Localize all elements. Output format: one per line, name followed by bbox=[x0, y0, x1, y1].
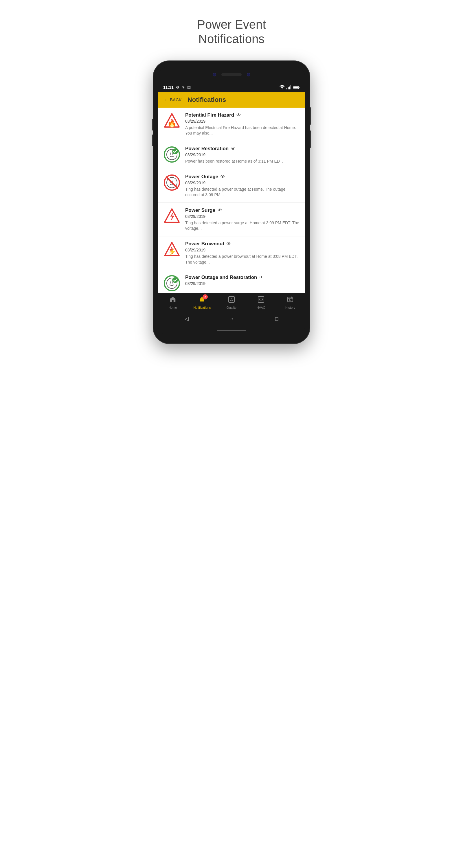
status-bar: 11:11 ⚙ ✳ ▤ bbox=[158, 83, 305, 92]
eye-icon-outage-restore: 👁 bbox=[259, 275, 264, 280]
back-arrow-icon: ← bbox=[164, 97, 168, 102]
notification-item-outage[interactable]: Power Outage 👁 03/29/2019 Ting has detec… bbox=[158, 169, 305, 203]
nav-item-home[interactable]: Home bbox=[161, 296, 184, 309]
back-android-button[interactable]: ◁ bbox=[185, 316, 189, 322]
home-icon bbox=[169, 296, 176, 303]
notif-date-restoration: 03/29/2019 bbox=[185, 153, 300, 157]
eye-icon-outage: 👁 bbox=[220, 174, 225, 179]
svg-text:🔥: 🔥 bbox=[167, 119, 177, 128]
power-surge-icon bbox=[163, 208, 181, 225]
back-label: BACK bbox=[170, 97, 182, 102]
notif-title-restoration: Power Restoration bbox=[185, 146, 228, 152]
bottom-nav: Home 2 Notifications bbox=[158, 293, 305, 312]
eye-icon-surge: 👁 bbox=[218, 208, 222, 213]
svg-rect-30 bbox=[232, 298, 233, 300]
camera-dot-left bbox=[213, 73, 216, 76]
nav-item-hvac[interactable]: HVAC bbox=[249, 296, 273, 309]
power-outage-icon bbox=[163, 174, 181, 191]
nav-label-hvac: HVAC bbox=[257, 306, 265, 309]
android-nav-bar: ◁ ○ □ bbox=[158, 312, 305, 326]
back-button[interactable]: ← BACK bbox=[164, 97, 182, 102]
notification-item-restoration[interactable]: Power Restoration 👁 03/29/2019 Power has… bbox=[158, 141, 305, 169]
history-icon bbox=[287, 296, 294, 303]
notif-title-fire: Potential Fire Hazard bbox=[185, 112, 234, 118]
power-restoration-icon bbox=[163, 146, 181, 163]
eye-icon-restoration: 👁 bbox=[231, 146, 236, 151]
outlet-icon bbox=[228, 296, 235, 303]
sim-status-icon: ▤ bbox=[187, 85, 191, 89]
signal-icon bbox=[286, 85, 291, 89]
phone-frame: 11:11 ⚙ ✳ ▤ bbox=[153, 61, 310, 343]
notif-title-outage-restore: Power Outage and Restoration bbox=[185, 275, 257, 280]
notif-desc-restoration: Power has been restored at Home as of 3:… bbox=[185, 159, 300, 164]
notification-content-outage: Power Outage 👁 03/29/2019 Ting has detec… bbox=[185, 174, 300, 198]
svg-rect-25 bbox=[171, 281, 171, 283]
svg-point-32 bbox=[259, 298, 263, 301]
phone-camera-bar bbox=[158, 67, 305, 83]
home-android-button[interactable]: ○ bbox=[230, 316, 234, 322]
notif-date-surge: 03/29/2019 bbox=[185, 214, 300, 219]
nav-item-quality[interactable]: Quality bbox=[220, 296, 243, 309]
notif-title-surge: Power Surge bbox=[185, 208, 215, 213]
notif-title-brownout: Power Brownout bbox=[185, 241, 224, 247]
notification-item-outage-restore[interactable]: Power Outage and Restoration 👁 03/29/201… bbox=[158, 270, 305, 293]
svg-text:⚡: ⚡ bbox=[168, 248, 176, 256]
notif-date-outage-restore: 03/29/2019 bbox=[185, 281, 300, 286]
notif-date-fire: 03/29/2019 bbox=[185, 119, 300, 124]
nav-item-notifications[interactable]: 2 Notifications bbox=[190, 296, 214, 309]
svg-rect-6 bbox=[299, 87, 300, 88]
svg-rect-7 bbox=[294, 86, 298, 88]
notification-item-brownout[interactable]: ⚡ Power Brownout 👁 03/29/2019 Ting has d… bbox=[158, 237, 305, 270]
power-outage-restore-icon bbox=[163, 275, 181, 292]
status-time: 11:11 bbox=[163, 85, 174, 90]
notif-desc-fire: A potential Electrical Fire Hazard has b… bbox=[185, 125, 300, 136]
speaker-grille bbox=[221, 73, 242, 76]
svg-point-0 bbox=[282, 89, 282, 89]
notification-item-fire[interactable]: 🔥 Potential Fire Hazard 👁 03/29/2019 A p… bbox=[158, 107, 305, 141]
notif-desc-surge: Ting has detected a power surge at Home … bbox=[185, 220, 300, 231]
notification-content-surge: Power Surge 👁 03/29/2019 Ting has detect… bbox=[185, 208, 300, 231]
notif-date-outage: 03/29/2019 bbox=[185, 181, 300, 185]
phone-bottom-bar bbox=[158, 326, 305, 335]
notification-list: 🔥 Potential Fire Hazard 👁 03/29/2019 A p… bbox=[158, 107, 305, 293]
nav-label-notifications: Notifications bbox=[193, 306, 211, 309]
svg-point-14 bbox=[172, 148, 178, 154]
wifi-icon bbox=[280, 85, 285, 89]
nav-item-history[interactable]: History bbox=[279, 296, 302, 309]
svg-rect-37 bbox=[288, 297, 293, 302]
header-title: Notifications bbox=[187, 96, 226, 103]
notif-title-outage: Power Outage bbox=[185, 174, 218, 180]
svg-rect-1 bbox=[286, 88, 287, 89]
eye-icon-fire: 👁 bbox=[237, 113, 241, 118]
svg-rect-40 bbox=[291, 297, 292, 298]
app-header: ← BACK Notifications bbox=[158, 92, 305, 107]
svg-rect-28 bbox=[228, 297, 235, 302]
fire-hazard-icon: 🔥 bbox=[163, 112, 181, 130]
notification-content-fire: Potential Fire Hazard 👁 03/29/2019 A pot… bbox=[185, 112, 300, 136]
notif-desc-outage: Ting has detected a power outage at Home… bbox=[185, 187, 300, 198]
page-title: Power Event Notifications bbox=[197, 18, 266, 46]
notification-item-surge[interactable]: Power Surge 👁 03/29/2019 Ting has detect… bbox=[158, 203, 305, 237]
battery-icon bbox=[293, 86, 300, 89]
home-indicator bbox=[217, 330, 246, 331]
eye-icon-brownout: 👁 bbox=[226, 241, 231, 247]
notification-content-brownout: Power Brownout 👁 03/29/2019 Ting has det… bbox=[185, 241, 300, 265]
notif-desc-brownout: Ting has detected a power brownout at Ho… bbox=[185, 254, 300, 265]
notification-content-restoration: Power Restoration 👁 03/29/2019 Power has… bbox=[185, 146, 300, 164]
nav-label-home: Home bbox=[168, 306, 177, 309]
svg-point-27 bbox=[172, 277, 178, 283]
cross-status-icon: ✳ bbox=[182, 85, 185, 89]
phone-screen: 11:11 ⚙ ✳ ▤ bbox=[158, 83, 305, 326]
notif-date-brownout: 03/29/2019 bbox=[185, 248, 300, 252]
gear-status-icon: ⚙ bbox=[176, 85, 179, 89]
svg-rect-39 bbox=[289, 297, 289, 298]
svg-rect-12 bbox=[171, 153, 171, 155]
svg-rect-29 bbox=[230, 298, 232, 300]
power-brownout-icon: ⚡ bbox=[163, 241, 181, 258]
notification-badge: 2 bbox=[203, 294, 208, 300]
nav-label-quality: Quality bbox=[226, 306, 237, 309]
camera-dot-right bbox=[247, 73, 250, 76]
recents-android-button[interactable]: □ bbox=[275, 316, 278, 322]
svg-rect-2 bbox=[288, 87, 289, 89]
svg-rect-4 bbox=[290, 85, 291, 89]
